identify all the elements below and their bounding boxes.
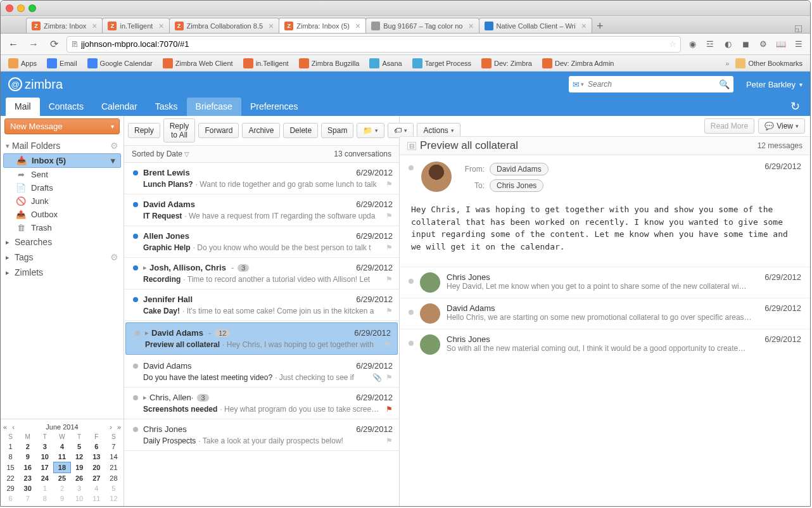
reply-all-button[interactable]: Reply to All <box>163 118 196 143</box>
folder-drafts[interactable]: 📄Drafts <box>1 181 124 194</box>
close-tab-icon[interactable]: × <box>355 21 360 31</box>
bookmark-star-icon[interactable]: ☆ <box>669 39 676 49</box>
calendar-day[interactable]: 30 <box>19 483 36 493</box>
chrome-menu-icon[interactable]: ☰ <box>792 38 805 51</box>
calendar-day[interactable]: 12 <box>71 452 88 462</box>
bookmark-item[interactable]: Target Process <box>409 57 475 70</box>
reload-button[interactable]: ⟳ <box>46 37 61 52</box>
flag-icon[interactable]: ⚑ <box>386 180 393 189</box>
url-field[interactable]: 🖹 ☆ <box>67 36 681 53</box>
extension-icon[interactable]: ☲ <box>704 38 716 51</box>
calendar-day[interactable]: 3 <box>36 441 53 452</box>
conversation-item[interactable]: Jennifer Hall 6/29/2012 Cake Day! · It's… <box>124 289 399 321</box>
search-scope-icon[interactable]: ✉ <box>573 80 580 89</box>
calendar-day[interactable]: 17 <box>36 462 53 473</box>
flag-icon[interactable]: ⚑ <box>386 373 393 382</box>
reply-avatar[interactable] <box>420 272 440 293</box>
calendar-day[interactable]: 4 <box>88 483 105 493</box>
search-input[interactable] <box>588 80 719 89</box>
user-menu[interactable]: Peter Barkley ▾ <box>746 80 802 89</box>
bookmark-item[interactable]: Dev: Zimbra <box>478 57 536 70</box>
close-window-button[interactable] <box>6 4 13 12</box>
calendar-day[interactable]: 14 <box>105 452 122 462</box>
new-message-button[interactable]: New Message ▾ <box>4 118 120 134</box>
calendar-day[interactable]: 26 <box>71 473 88 484</box>
calendar-day[interactable]: 18 <box>53 462 70 473</box>
calendar-day[interactable]: 3 <box>71 483 88 493</box>
reply-avatar[interactable] <box>420 303 440 324</box>
folder-sent[interactable]: ➦Sent <box>1 168 124 181</box>
refresh-button[interactable]: ↻ <box>785 97 805 116</box>
conversation-item[interactable]: ▸ David Adams - 12 6/29/2012 Preview all… <box>125 322 398 355</box>
calendar-day[interactable]: 10 <box>36 452 53 462</box>
delete-button[interactable]: Delete <box>283 123 318 138</box>
browser-tab[interactable]: ZZimbra: Inbox (5)× <box>279 18 366 33</box>
calendar-day[interactable]: 7 <box>19 493 36 504</box>
calendar-day[interactable]: 13 <box>88 452 105 462</box>
browser-tab[interactable]: Zin.Telligent× <box>102 18 169 33</box>
calendar-day[interactable]: 21 <box>105 462 122 473</box>
new-tab-button[interactable]: + <box>592 20 609 33</box>
browser-tab[interactable]: ZZimbra: Inbox× <box>26 18 103 33</box>
calendar-day[interactable]: 20 <box>88 462 105 473</box>
bookmark-item[interactable]: Dev: Zimbra Admin <box>538 57 618 70</box>
bookmark-item[interactable]: Google Calendar <box>84 57 156 70</box>
calendar-day[interactable]: 24 <box>36 473 53 484</box>
conversation-item[interactable]: David Adams 6/29/2012 Do you have the la… <box>124 356 399 388</box>
calendar-day[interactable]: 1 <box>36 483 53 493</box>
flag-icon[interactable]: ⚑ <box>386 405 393 414</box>
bookmark-item[interactable]: in.Telligent <box>239 57 293 70</box>
app-tab-preferences[interactable]: Preferences <box>241 98 307 116</box>
calendar-day[interactable]: 10 <box>71 493 88 504</box>
site-info-icon[interactable]: 🖹 <box>71 40 79 49</box>
cal-prev-year[interactable]: « <box>2 423 8 431</box>
url-input[interactable] <box>81 39 666 49</box>
extension-icon[interactable]: ◉ <box>686 38 699 51</box>
reply-button[interactable]: Reply <box>128 123 160 138</box>
calendar-day[interactable]: 8 <box>36 493 53 504</box>
folder-outbox[interactable]: 📤Outbox <box>1 208 124 221</box>
calendar-day[interactable]: 5 <box>105 483 122 493</box>
folder-inbox[interactable]: 📥Inbox (5)▾ <box>3 153 121 168</box>
tree-section[interactable]: ▸Zimlets <box>1 265 124 280</box>
conversation-item[interactable]: Brent Lewis 6/29/2012 Lunch Plans? · Wan… <box>124 163 399 194</box>
sender-avatar[interactable] <box>421 162 452 192</box>
extension-icon[interactable]: 📖 <box>775 38 787 51</box>
close-tab-icon[interactable]: × <box>92 21 97 31</box>
spam-button[interactable]: Spam <box>321 123 353 138</box>
from-contact[interactable]: David Adams <box>490 163 549 175</box>
calendar-day[interactable]: 12 <box>105 493 122 504</box>
back-button[interactable]: ← <box>6 37 21 52</box>
forward-button[interactable]: → <box>26 37 41 52</box>
mail-folders-header[interactable]: ▾ Mail Folders ⚙ <box>1 138 124 153</box>
close-tab-icon[interactable]: × <box>158 21 163 31</box>
calendar-day[interactable]: 29 <box>2 483 19 493</box>
conversation-item[interactable]: Chris Jones 6/29/2012 Daily Prospects · … <box>124 419 399 451</box>
conversation-item[interactable]: David Adams 6/29/2012 IT Request · We ha… <box>124 194 399 226</box>
bookmark-item[interactable]: Asana <box>365 57 405 70</box>
zimbra-logo[interactable]: @ zimbra <box>8 77 63 92</box>
calendar-day[interactable]: 16 <box>19 462 36 473</box>
folder-junk[interactable]: 🚫Junk <box>1 194 124 208</box>
close-tab-icon[interactable]: × <box>468 21 473 31</box>
calendar-day[interactable]: 15 <box>2 462 19 473</box>
move-button[interactable]: 📁▾ <box>357 123 384 138</box>
tree-section[interactable]: ▸Searches <box>1 234 124 250</box>
calendar-day[interactable]: 2 <box>19 441 36 452</box>
browser-tab[interactable]: ZZimbra Collaboration 8.5× <box>169 18 280 33</box>
gear-icon[interactable]: ⚙ <box>110 141 118 151</box>
to-contact[interactable]: Chris Jones <box>490 179 543 192</box>
disclosure-icon[interactable]: ▸ <box>143 393 147 402</box>
calendar-day[interactable]: 6 <box>2 493 19 504</box>
calendar-day[interactable]: 25 <box>53 473 70 484</box>
read-more-button[interactable]: Read More <box>704 118 754 134</box>
cal-prev-month[interactable]: ‹ <box>11 423 16 431</box>
close-tab-icon[interactable]: × <box>581 21 587 31</box>
cal-next-month[interactable]: › <box>108 423 113 431</box>
extension-icon[interactable]: ⚙ <box>757 38 770 51</box>
calendar-day[interactable]: 11 <box>88 493 105 504</box>
browser-tab[interactable]: Bug 91667 – Tag color no× <box>365 18 479 33</box>
calendar-day[interactable]: 19 <box>71 462 88 473</box>
flag-icon[interactable]: ⚑ <box>384 340 391 349</box>
calendar-day[interactable]: 4 <box>53 441 70 452</box>
